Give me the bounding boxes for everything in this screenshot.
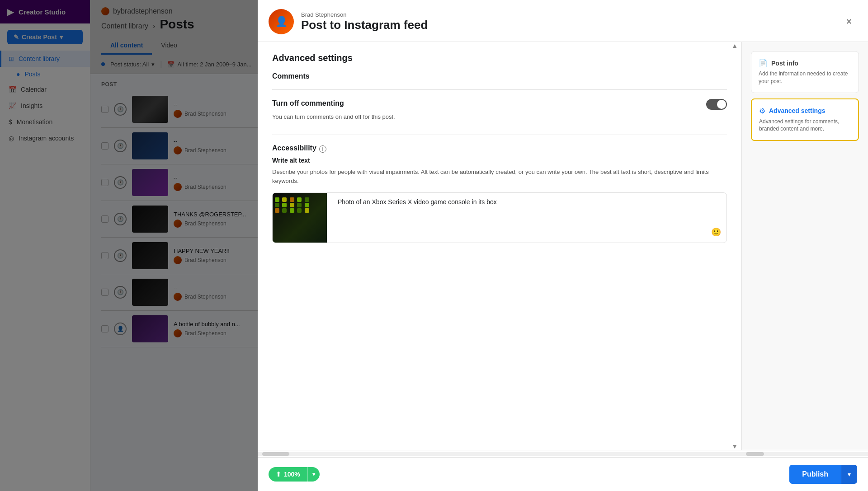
commenting-toggle[interactable]	[706, 99, 727, 110]
key	[297, 197, 302, 202]
upload-icon: ⬆	[276, 471, 281, 478]
h-scroll-bar-right[interactable]	[741, 452, 868, 456]
gear-icon: ⚙	[759, 107, 765, 115]
advanced-settings-header: ⚙ Advanced settings	[759, 107, 851, 115]
modal-header: 👤 Brad Stephenson Post to Instagram feed…	[258, 0, 868, 42]
publish-group: Publish ▾	[789, 465, 857, 484]
modal-panel: 👤 Brad Stephenson Post to Instagram feed…	[258, 0, 868, 491]
modal-sidebar: 📄 Post info Add the information needed t…	[741, 42, 868, 450]
h-scroll-thumb-right	[746, 452, 764, 456]
key	[305, 197, 309, 202]
key	[305, 203, 309, 207]
h-scroll-thumb-left	[262, 452, 289, 456]
emoji-button[interactable]: 🙂	[711, 227, 721, 237]
horizontal-scroll-area	[258, 450, 868, 457]
key	[282, 203, 287, 207]
modal-overlay: 👤 Brad Stephenson Post to Instagram feed…	[0, 0, 868, 491]
alt-text-description: Describe your photos for people with vis…	[272, 168, 727, 185]
progress-main: ⬆ 100%	[269, 467, 307, 482]
modal-dialog-title: Post to Instagram feed	[301, 18, 834, 32]
publish-button[interactable]: Publish	[789, 465, 841, 484]
post-info-section[interactable]: 📄 Post info Add the information needed t…	[751, 51, 859, 93]
key	[275, 197, 279, 202]
alt-text-input-area[interactable]: Photo of an Xbox Series X video game con…	[332, 193, 726, 243]
key	[275, 208, 279, 213]
modal-body: Advanced settings Comments Turn off comm…	[258, 42, 868, 450]
divider	[272, 89, 727, 90]
progress-caret[interactable]: ▾	[308, 468, 320, 481]
toggle-row: Turn off commenting	[272, 99, 727, 110]
post-info-title: Post info	[771, 60, 798, 67]
modal-avatar: 👤	[269, 9, 294, 34]
toggle-description: You can turn comments on and off for thi…	[272, 113, 727, 120]
emoji-row: 🙂	[338, 227, 721, 237]
modal-user-name: Brad Stephenson	[301, 11, 834, 18]
scroll-up-button[interactable]: ▲	[731, 42, 738, 49]
progress-button[interactable]: ⬆ 100% ▾	[269, 467, 320, 482]
advanced-settings-title: Advanced settings	[769, 107, 825, 114]
key	[275, 203, 279, 207]
key	[290, 203, 294, 207]
xbox-image	[273, 193, 327, 243]
comments-title: Comments	[272, 72, 727, 80]
key	[305, 208, 309, 213]
alt-text-input[interactable]: Photo of an Xbox Series X video game con…	[338, 198, 721, 224]
toggle-label: Turn off commenting	[272, 99, 344, 108]
comments-section: Comments Turn off commenting You can tur…	[272, 72, 727, 120]
key	[297, 203, 302, 207]
progress-label: 100%	[284, 471, 300, 478]
h-scroll-bar-left[interactable]	[258, 452, 741, 456]
alt-text-image	[273, 193, 327, 243]
key	[282, 197, 287, 202]
modal-main-content: Advanced settings Comments Turn off comm…	[258, 42, 741, 450]
key	[282, 208, 287, 213]
section-divider	[272, 135, 727, 135]
advanced-settings-section[interactable]: ⚙ Advanced settings Advanced settings fo…	[751, 98, 859, 141]
key	[290, 208, 294, 213]
scroll-down-button[interactable]: ▼	[731, 443, 738, 450]
alt-text-label: Write alt text	[272, 157, 727, 164]
toggle-knob	[717, 100, 726, 109]
key	[297, 208, 302, 213]
accessibility-header: Accessibility i	[272, 144, 727, 154]
key	[290, 197, 294, 202]
avatar-image: 👤	[275, 16, 288, 28]
post-info-header: 📄 Post info	[759, 59, 851, 67]
publish-caret-button[interactable]: ▾	[841, 465, 857, 484]
modal-footer: ⬆ 100% ▾ Publish ▾	[258, 457, 868, 491]
accessibility-section: Accessibility i Write alt text Describe …	[272, 144, 727, 243]
alt-text-area: Photo of an Xbox Series X video game con…	[272, 192, 727, 243]
advanced-settings-title: Advanced settings	[272, 53, 727, 63]
modal-title-block: Brad Stephenson Post to Instagram feed	[301, 11, 834, 32]
info-icon: i	[319, 145, 326, 153]
document-icon: 📄	[759, 59, 768, 67]
advanced-settings-desc: Advanced settings for comments, branded …	[759, 118, 851, 133]
modal-close-button[interactable]: ×	[841, 14, 857, 30]
accessibility-title: Accessibility	[272, 144, 316, 152]
keyboard-keys	[275, 197, 311, 213]
post-info-desc: Add the information needed to create you…	[759, 70, 851, 85]
